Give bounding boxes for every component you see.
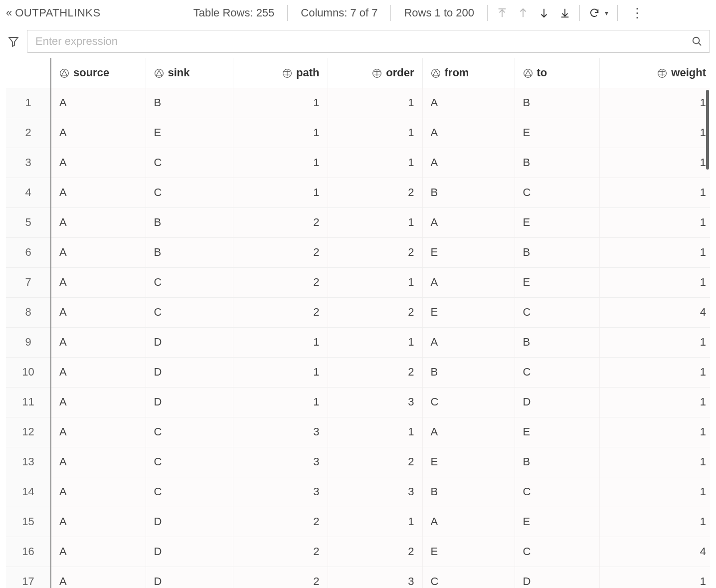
table-row[interactable]: 5AB21AE1: [6, 207, 710, 237]
table-row[interactable]: 13AC32EB1: [6, 447, 710, 477]
cell-order: 2: [328, 178, 422, 207]
cell-weight: 1: [599, 567, 710, 588]
table-row[interactable]: 6AB22EB1: [6, 237, 710, 267]
cell-sink: D: [146, 507, 233, 537]
numeric-type-icon: [372, 68, 382, 78]
col-header-label: source: [73, 66, 109, 79]
svg-marker-12: [156, 70, 162, 76]
cell-to: D: [515, 567, 599, 588]
table-row[interactable]: 14AC33BC1: [6, 477, 710, 507]
cell-weight: 1: [599, 237, 710, 267]
cell-to: B: [515, 327, 599, 357]
cell-from: A: [422, 118, 515, 148]
columns-label: Columns: 7 of 7: [287, 5, 390, 21]
cell-sink: B: [146, 207, 233, 237]
cell-order: 3: [328, 477, 422, 507]
cell-to: B: [515, 148, 599, 178]
total-rows-label: Table Rows: 255: [180, 5, 288, 21]
row-number: 6: [6, 237, 51, 267]
cell-order: 2: [328, 357, 422, 387]
cell-path: 1: [233, 357, 328, 387]
cell-sink: B: [146, 88, 233, 118]
col-header-label: from: [445, 66, 469, 79]
col-header-source[interactable]: source: [51, 58, 146, 88]
table-row[interactable]: 10AD12BC1: [6, 357, 710, 387]
cell-order: 1: [328, 507, 422, 537]
search-icon[interactable]: [692, 36, 703, 47]
more-icon[interactable]: ⋮: [627, 6, 644, 19]
cell-path: 2: [233, 297, 328, 327]
back-button[interactable]: «: [6, 6, 15, 19]
cell-order: 2: [328, 447, 422, 477]
table-row[interactable]: 15AD21AE1: [6, 507, 710, 537]
cell-order: 2: [328, 237, 422, 267]
svg-point-7: [693, 37, 700, 44]
cell-weight: 1: [599, 207, 710, 237]
cell-order: 1: [328, 148, 422, 178]
cell-path: 1: [233, 88, 328, 118]
scrollbar-thumb[interactable]: [706, 90, 709, 170]
col-header-to[interactable]: to: [515, 58, 599, 88]
table-row[interactable]: 1AB11AB1: [6, 88, 710, 118]
cell-from: A: [422, 507, 515, 537]
cell-path: 2: [233, 237, 328, 267]
table-row[interactable]: 3AC11AB1: [6, 148, 710, 178]
cell-from: E: [422, 447, 515, 477]
go-first-icon[interactable]: [497, 7, 508, 18]
col-header-sink[interactable]: sink: [146, 58, 233, 88]
go-next-icon[interactable]: [538, 7, 549, 18]
cell-to: B: [515, 88, 599, 118]
more-group: ⋮: [617, 5, 653, 21]
refresh-dropdown-icon[interactable]: ▾: [605, 9, 608, 17]
cell-path: 1: [233, 148, 328, 178]
cell-from: E: [422, 237, 515, 267]
cell-sink: D: [146, 327, 233, 357]
row-number: 13: [6, 447, 51, 477]
rows-range-label: Rows 1 to 200: [390, 5, 487, 21]
cell-from: A: [422, 207, 515, 237]
table-row[interactable]: 17AD23CD1: [6, 567, 710, 588]
cell-weight: 1: [599, 327, 710, 357]
col-header-weight[interactable]: weight: [599, 58, 710, 88]
cell-source: A: [51, 447, 146, 477]
cell-weight: 1: [599, 357, 710, 387]
filter-icon[interactable]: [6, 35, 21, 47]
refresh-group: ▾: [579, 5, 617, 21]
cell-path: 2: [233, 507, 328, 537]
cell-weight: 1: [599, 178, 710, 207]
cell-source: A: [51, 178, 146, 207]
cell-sink: C: [146, 178, 233, 207]
cell-to: E: [515, 118, 599, 148]
cell-weight: 1: [599, 148, 710, 178]
cell-from: C: [422, 387, 515, 417]
go-prev-icon[interactable]: [518, 7, 529, 18]
cell-to: D: [515, 387, 599, 417]
cell-path: 1: [233, 118, 328, 148]
cell-path: 1: [233, 327, 328, 357]
text-type-icon: [523, 68, 533, 78]
table-row[interactable]: 11AD13CD1: [6, 387, 710, 417]
col-header-from[interactable]: from: [422, 58, 515, 88]
cell-to: E: [515, 507, 599, 537]
table-row[interactable]: 7AC21AE1: [6, 267, 710, 297]
table-row[interactable]: 2AE11AE1: [6, 118, 710, 148]
row-number: 5: [6, 207, 51, 237]
cell-sink: C: [146, 267, 233, 297]
refresh-icon[interactable]: [589, 7, 600, 18]
table-row[interactable]: 8AC22EC4: [6, 297, 710, 327]
table-row[interactable]: 12AC31AE1: [6, 417, 710, 447]
table-row[interactable]: 16AD22EC4: [6, 537, 710, 567]
expression-input[interactable]: [34, 34, 692, 48]
col-header-label: order: [386, 66, 414, 79]
table-row[interactable]: 9AD11AB1: [6, 327, 710, 357]
col-header-order[interactable]: order: [328, 58, 422, 88]
col-header-path[interactable]: path: [233, 58, 328, 88]
go-last-icon[interactable]: [559, 7, 570, 18]
numeric-type-icon: [282, 68, 292, 78]
cell-from: A: [422, 417, 515, 447]
cell-source: A: [51, 88, 146, 118]
row-number: 11: [6, 387, 51, 417]
cell-from: E: [422, 297, 515, 327]
table-row[interactable]: 4AC12BC1: [6, 178, 710, 207]
cell-source: A: [51, 148, 146, 178]
